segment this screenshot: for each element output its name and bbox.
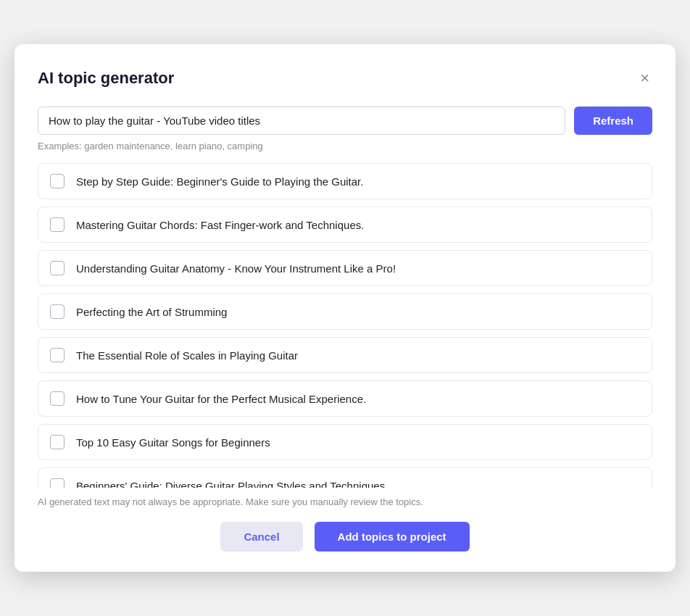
- topic-checkbox-2[interactable]: [50, 217, 65, 232]
- cancel-button[interactable]: Cancel: [220, 522, 302, 552]
- ai-disclaimer: AI generated text may not always be appr…: [38, 496, 652, 507]
- search-input[interactable]: [38, 107, 565, 135]
- topic-label-3: Understanding Guitar Anatomy - Know Your…: [76, 262, 640, 275]
- modal-header: AI topic generator ×: [38, 67, 652, 89]
- topic-label-1: Step by Step Guide: Beginner's Guide to …: [76, 175, 640, 188]
- topic-item[interactable]: Understanding Guitar Anatomy - Know Your…: [38, 250, 652, 286]
- add-topics-button[interactable]: Add topics to project: [315, 522, 470, 552]
- topic-checkbox-7[interactable]: [50, 435, 65, 449]
- topic-label-7: Top 10 Easy Guitar Songs for Beginners: [76, 436, 640, 449]
- topic-item[interactable]: The Essential Role of Scales in Playing …: [38, 337, 652, 373]
- topic-checkbox-3[interactable]: [50, 261, 65, 275]
- search-row: Refresh: [38, 107, 652, 135]
- modal-footer: Cancel Add topics to project: [38, 522, 652, 552]
- topic-checkbox-5[interactable]: [50, 348, 65, 362]
- topic-item[interactable]: Step by Step Guide: Beginner's Guide to …: [38, 163, 652, 199]
- topic-checkbox-6[interactable]: [50, 391, 65, 406]
- topic-item[interactable]: How to Tune Your Guitar for the Perfect …: [38, 380, 652, 417]
- close-button[interactable]: ×: [637, 67, 652, 89]
- topic-label-8: Beginners' Guide: Diverse Guitar Playing…: [76, 480, 640, 488]
- ai-topic-generator-modal: AI topic generator × Refresh Examples: g…: [14, 44, 676, 572]
- examples-text: Examples: garden maintenance, learn pian…: [38, 141, 652, 151]
- topic-checkbox-1[interactable]: [50, 174, 65, 188]
- topic-item[interactable]: Top 10 Easy Guitar Songs for Beginners: [38, 424, 652, 460]
- topic-item[interactable]: Beginners' Guide: Diverse Guitar Playing…: [38, 467, 652, 488]
- topic-item[interactable]: Perfecting the Art of Strumming: [38, 294, 652, 330]
- topic-checkbox-4[interactable]: [50, 304, 65, 319]
- topic-label-2: Mastering Guitar Chords: Fast Finger-wor…: [76, 219, 640, 231]
- topic-label-5: The Essential Role of Scales in Playing …: [76, 349, 640, 362]
- topics-list[interactable]: Step by Step Guide: Beginner's Guide to …: [38, 163, 652, 488]
- refresh-button[interactable]: Refresh: [574, 107, 652, 135]
- topic-label-4: Perfecting the Art of Strumming: [76, 306, 640, 318]
- topic-label-6: How to Tune Your Guitar for the Perfect …: [76, 393, 640, 405]
- topic-checkbox-8[interactable]: [50, 478, 65, 488]
- modal-title: AI topic generator: [38, 69, 174, 88]
- topic-item[interactable]: Mastering Guitar Chords: Fast Finger-wor…: [38, 207, 652, 243]
